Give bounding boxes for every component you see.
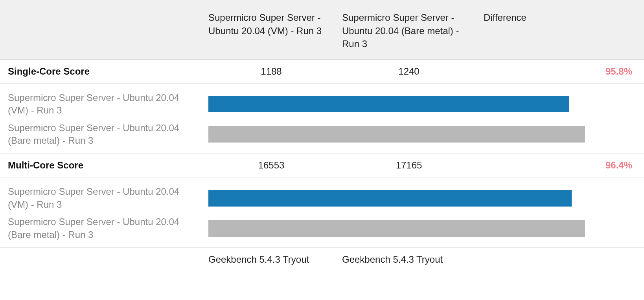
table-header-row: Supermicro Super Server - Ubuntu 20.04 (… [0, 0, 644, 60]
single-core-diff: 95.8% [484, 66, 644, 77]
single-core-bar-b-label: Supermicro Super Server - Ubuntu 20.04 (… [0, 122, 208, 147]
multi-core-bar-a-track [208, 190, 644, 207]
multi-core-diff: 96.4% [484, 160, 644, 171]
header-difference: Difference [484, 11, 644, 51]
header-empty-cell [0, 11, 208, 51]
multi-core-bar-section: Supermicro Super Server - Ubuntu 20.04 (… [0, 177, 644, 248]
multi-core-score-row: Multi-Core Score 16553 17165 96.4% [0, 154, 644, 177]
single-core-bar-a [208, 96, 569, 112]
header-system-a: Supermicro Super Server - Ubuntu 20.04 (… [208, 11, 342, 51]
multi-core-bar-a-row: Supermicro Super Server - Ubuntu 20.04 (… [0, 183, 644, 213]
multi-core-label: Multi-Core Score [0, 160, 208, 171]
single-core-bar-a-track [208, 96, 644, 112]
multi-core-bar-b-row: Supermicro Super Server - Ubuntu 20.04 (… [0, 213, 644, 243]
single-core-label: Single-Core Score [0, 66, 208, 77]
multi-core-value-b: 17165 [342, 160, 484, 171]
footer-diff-empty [484, 254, 644, 265]
multi-core-bar-a [208, 190, 572, 207]
single-core-value-a: 1188 [208, 66, 342, 77]
single-core-score-row: Single-Core Score 1188 1240 95.8% [0, 60, 644, 84]
multi-core-bar-b [208, 220, 585, 237]
footer-version-a: Geekbench 5.4.3 Tryout [208, 254, 342, 265]
benchmark-comparison-table: Supermicro Super Server - Ubuntu 20.04 (… [0, 0, 644, 271]
single-core-bar-section: Supermicro Super Server - Ubuntu 20.04 (… [0, 84, 644, 154]
footer-empty-cell [0, 254, 208, 265]
single-core-bar-a-row: Supermicro Super Server - Ubuntu 20.04 (… [0, 89, 644, 119]
single-core-value-b: 1240 [342, 66, 484, 77]
single-core-bar-b-row: Supermicro Super Server - Ubuntu 20.04 (… [0, 119, 644, 150]
footer-version-b: Geekbench 5.4.3 Tryout [342, 254, 484, 265]
single-core-bar-a-label: Supermicro Super Server - Ubuntu 20.04 (… [0, 91, 208, 117]
single-core-bar-b [208, 126, 585, 143]
multi-core-bar-b-track [208, 220, 644, 237]
multi-core-value-a: 16553 [208, 160, 342, 171]
multi-core-bar-b-label: Supermicro Super Server - Ubuntu 20.04 (… [0, 216, 208, 241]
single-core-bar-b-track [208, 126, 644, 143]
footer-row: Geekbench 5.4.3 Tryout Geekbench 5.4.3 T… [0, 248, 644, 271]
header-system-b: Supermicro Super Server - Ubuntu 20.04 (… [342, 11, 484, 51]
multi-core-bar-a-label: Supermicro Super Server - Ubuntu 20.04 (… [0, 185, 208, 211]
